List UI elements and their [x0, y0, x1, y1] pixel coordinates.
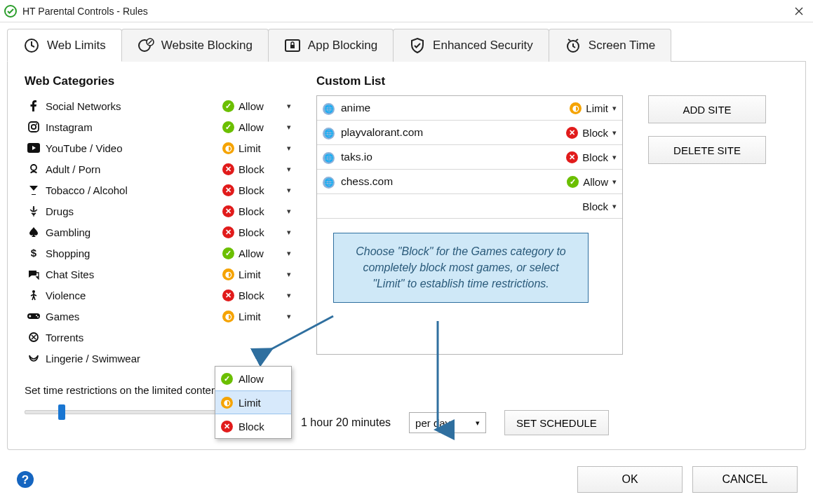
site-rule-select[interactable]: ✓Allow▾: [567, 176, 617, 188]
chevron-down-icon: ▾: [612, 177, 617, 186]
category-name: Torrents: [43, 332, 222, 343]
chevron-down-icon: ▾: [287, 270, 291, 279]
svg-rect-7: [29, 122, 39, 132]
chevron-down-icon: ▾: [287, 102, 291, 111]
category-name: Lingerie / Swimwear: [43, 353, 222, 365]
site-name: taks.io: [341, 151, 566, 163]
custom-list-heading: Custom List: [316, 74, 623, 88]
time-restriction-row: 1 hour 20 minutes per day ▾ SET SCHEDULE: [25, 410, 788, 435]
close-icon[interactable]: [789, 1, 809, 21]
category-name: YouTube / Video: [43, 142, 222, 154]
globe-icon: 🌐: [323, 102, 335, 115]
ok-button[interactable]: OK: [577, 466, 683, 493]
delete-site-button[interactable]: DELETE SITE: [648, 136, 766, 164]
add-site-button[interactable]: ADD SITE: [648, 95, 766, 123]
dropdown-option-allow[interactable]: ✓Allow: [215, 367, 291, 390]
globe-block-icon: [137, 37, 154, 54]
chevron-down-icon: ▾: [287, 249, 291, 258]
category-row: Chat Sites ◐Limit▾: [25, 264, 291, 285]
chevron-down-icon: ▾: [287, 123, 291, 132]
chevron-down-icon: ▾: [612, 104, 617, 113]
category-rule-select[interactable]: ✕Block▾: [222, 163, 291, 175]
title-bar: HT Parental Controls - Rules: [0, 0, 813, 22]
category-row: Gambling ✕Block▾: [25, 222, 291, 243]
category-name: Chat Sites: [43, 268, 222, 280]
chevron-down-icon: ▾: [476, 418, 480, 428]
category-row: Instagram ✓Allow▾: [25, 116, 291, 137]
tab-label: Website Blocking: [161, 39, 253, 53]
tab-label: App Blocking: [308, 39, 377, 53]
site-rule-select[interactable]: Block▾: [582, 200, 617, 212]
chevron-down-icon: ▾: [612, 128, 617, 137]
category-rule-select[interactable]: ✓Allow▾: [222, 247, 291, 259]
site-name: chess.com: [341, 175, 567, 188]
category-name: Gambling: [43, 226, 222, 238]
tab-label: Screen Time: [589, 39, 655, 53]
tab-enhanced-security[interactable]: Enhanced Security: [393, 29, 549, 62]
chevron-down-icon: ▾: [612, 153, 617, 162]
time-value-label: 1 hour 20 minutes: [301, 416, 391, 429]
category-row: $ Shopping ✓Allow▾: [25, 243, 291, 264]
custom-list-row[interactable]: 🌐 chess.com ✓Allow▾: [317, 170, 622, 194]
category-name: Instagram: [43, 121, 222, 133]
cancel-button[interactable]: CANCEL: [692, 466, 798, 493]
category-name: Shopping: [43, 247, 222, 259]
custom-list-row[interactable]: 🌐 taks.io ✕Block▾: [317, 145, 622, 170]
category-row: Drugs ✕Block▾: [25, 200, 291, 222]
globe-icon: 🌐: [323, 126, 335, 139]
tab-app-blocking[interactable]: App Blocking: [268, 29, 394, 62]
dropdown-option-limit[interactable]: ◐Limit: [215, 390, 291, 414]
set-schedule-button[interactable]: SET SCHEDULE: [504, 410, 609, 435]
tab-web-limits[interactable]: Web Limits: [7, 29, 122, 62]
site-name: anime: [341, 102, 570, 114]
torrent-icon: [25, 332, 43, 343]
tab-website-blocking[interactable]: Website Blocking: [121, 29, 269, 62]
gamepad-icon: [25, 311, 43, 321]
category-row: Games ◐Limit▾: [25, 306, 291, 327]
svg-point-11: [31, 165, 36, 170]
category-rule-select[interactable]: ✕Block▾: [222, 184, 291, 196]
globe-icon: 🌐: [323, 175, 335, 189]
site-rule-select[interactable]: ✕Block▾: [566, 127, 617, 139]
category-row: Adult / Porn ✕Block▾: [25, 158, 291, 179]
svg-point-17: [36, 315, 37, 316]
site-rule-select[interactable]: ◐Limit▾: [570, 102, 617, 114]
category-rule-select[interactable]: ✓Allow▾: [222, 121, 291, 133]
category-rule-select[interactable]: ◐Limit▾: [222, 142, 291, 154]
chat-icon: [25, 268, 43, 280]
tab-screen-time[interactable]: Screen Time: [549, 29, 671, 62]
category-rule-select[interactable]: ◐Limit▾: [222, 268, 291, 280]
category-row: Violence ✕Block▾: [25, 285, 291, 306]
custom-list-row[interactable]: Block▾: [317, 194, 622, 219]
category-row: Tobacco / Alcohol ✕Block▾: [25, 179, 291, 200]
tab-label: Web Limits: [47, 39, 106, 53]
dialog-footer: ? OK CANCEL: [0, 455, 813, 504]
category-row: Social Networks ✓Allow▾: [25, 95, 291, 116]
youtube-icon: [25, 143, 43, 153]
category-rule-select[interactable]: ✓Allow▾: [222, 100, 291, 112]
lingerie-icon: [25, 353, 43, 364]
svg-point-18: [37, 316, 39, 318]
chevron-down-icon: ▾: [612, 202, 617, 211]
svg-point-9: [36, 123, 37, 125]
category-rule-select[interactable]: ✕Block▾: [222, 226, 291, 238]
action-buttons-column: ADD SITE DELETE SITE: [648, 74, 788, 420]
category-name: Drugs: [43, 205, 222, 217]
help-icon[interactable]: ?: [15, 470, 35, 489]
site-rule-select[interactable]: ✕Block▾: [566, 151, 617, 163]
spade-icon: [25, 226, 43, 238]
custom-list-row[interactable]: 🌐 anime ◐Limit▾: [317, 96, 622, 121]
svg-text:?: ?: [22, 473, 29, 486]
chevron-down-icon: ▾: [287, 207, 291, 216]
custom-list-row[interactable]: 🌐 playvalorant.com ✕Block▾: [317, 121, 622, 145]
globe-icon: 🌐: [323, 151, 335, 164]
chevron-down-icon: ▾: [287, 291, 291, 300]
svg-point-8: [32, 125, 36, 129]
callout-arrow-icon: [264, 316, 349, 358]
category-name: Violence: [43, 290, 222, 301]
tab-bar: Web Limits Website Blocking App Blocking…: [7, 28, 806, 62]
category-rule-select[interactable]: ✕Block▾: [222, 205, 291, 217]
cannabis-icon: [25, 205, 43, 217]
dropdown-option-block[interactable]: ✕Block: [215, 414, 291, 438]
category-rule-select[interactable]: ✕Block▾: [222, 290, 291, 301]
